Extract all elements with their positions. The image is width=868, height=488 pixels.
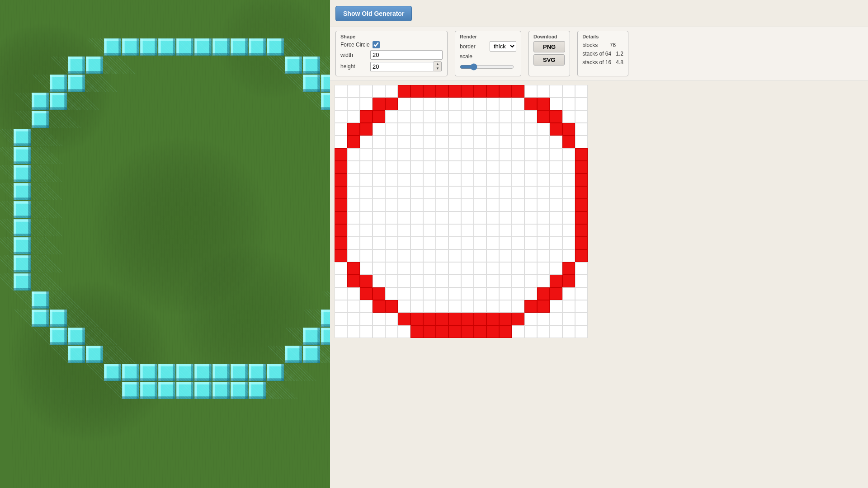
stacks64-row: stacks of 64 1.2: [582, 50, 623, 58]
grid-cell: [385, 262, 398, 275]
grid-cell: [360, 275, 373, 287]
grid-cell: [347, 98, 360, 110]
height-input[interactable]: [370, 62, 434, 71]
grid-cell: [335, 186, 347, 199]
grid-cell: [448, 211, 461, 224]
scale-slider[interactable]: [460, 63, 514, 70]
grid-cell: [550, 262, 562, 275]
grid-cell: [486, 161, 499, 174]
height-up-arrow[interactable]: ▲: [434, 62, 441, 66]
grid-cell: [512, 287, 524, 300]
grid-cell: [335, 123, 347, 136]
grid-cell: [524, 211, 537, 224]
grid-cell: [550, 275, 562, 287]
minecraft-canvas: [0, 0, 330, 488]
grid-cell: [398, 174, 410, 186]
grid-cell: [486, 262, 499, 275]
grid-cell: [410, 136, 423, 148]
grid-cell: [448, 262, 461, 275]
grid-cell: [550, 199, 562, 211]
border-label: border: [460, 43, 487, 50]
grid-cell: [335, 325, 347, 338]
grid-cell: [461, 161, 474, 174]
grid-cell: [474, 224, 486, 237]
grid-cell: [461, 224, 474, 237]
shape-group: Shape Force Circle width height ▲ ▼: [335, 31, 448, 76]
grid-cell: [410, 110, 423, 123]
grid-cell: [499, 161, 512, 174]
grid-cell: [347, 224, 360, 237]
grid-cell: [524, 287, 537, 300]
width-input[interactable]: [370, 50, 443, 60]
grid-cell: [537, 237, 550, 249]
grid-cell: [474, 123, 486, 136]
grid-cell: [499, 148, 512, 161]
grid-cell: [562, 325, 575, 338]
grid-cell: [448, 85, 461, 98]
grid-cell: [524, 300, 537, 313]
grid-cell: [474, 325, 486, 338]
grid-cell: [360, 110, 373, 123]
grid-cell: [360, 300, 373, 313]
scale-label: scale: [460, 53, 487, 60]
grid-cell: [373, 85, 385, 98]
grid-cell: [347, 287, 360, 300]
grid-cell: [398, 325, 410, 338]
grid-cell: [512, 275, 524, 287]
grid-cell: [512, 123, 524, 136]
grid-cell: [448, 237, 461, 249]
grid-cell: [335, 98, 347, 110]
grid-cell: [410, 98, 423, 110]
grid-cell: [524, 237, 537, 249]
grid-cell: [335, 110, 347, 123]
grid-cell: [398, 161, 410, 174]
grid-cell: [436, 275, 448, 287]
grid-cell: [499, 237, 512, 249]
grid-cell: [385, 110, 398, 123]
grid-cell: [360, 249, 373, 262]
grid-cell: [360, 325, 373, 338]
grid-cell: [335, 300, 347, 313]
grid-cell: [436, 300, 448, 313]
grid-cell: [448, 148, 461, 161]
grid-cell: [360, 199, 373, 211]
grid-cell: [524, 275, 537, 287]
grid-cell: [562, 199, 575, 211]
grid-cell: [335, 136, 347, 148]
scale-row: scale: [460, 53, 516, 60]
grid-cell: [575, 237, 588, 249]
grid-cell: [448, 98, 461, 110]
grid-cell: [550, 211, 562, 224]
grid-cell: [537, 186, 550, 199]
grid-cell: [499, 211, 512, 224]
grid-cell: [537, 148, 550, 161]
grid-cell: [385, 211, 398, 224]
grid-cell: [360, 313, 373, 325]
grid-cell: [474, 237, 486, 249]
grid-cell: [524, 161, 537, 174]
grid-cell: [562, 287, 575, 300]
png-download-button[interactable]: PNG: [533, 41, 565, 52]
grid-cell: [335, 224, 347, 237]
grid-cell: [486, 275, 499, 287]
force-circle-checkbox[interactable]: [373, 41, 380, 48]
grid-cell: [360, 262, 373, 275]
show-old-generator-button[interactable]: Show Old Generator: [335, 6, 412, 21]
border-select[interactable]: thick thin none: [490, 41, 516, 52]
stacks64-value: 1.2: [616, 51, 623, 57]
grid-cell: [423, 325, 436, 338]
grid-cell: [398, 262, 410, 275]
grid-cell: [474, 148, 486, 161]
grid-cell: [474, 85, 486, 98]
grid-cell: [436, 211, 448, 224]
grid-cell: [461, 98, 474, 110]
details-text: blocks 76 stacks of 64 1.2 stacks of 16 …: [582, 41, 623, 67]
svg-download-button[interactable]: SVG: [533, 54, 565, 66]
grid-cell: [461, 237, 474, 249]
grid-cell: [398, 249, 410, 262]
height-down-arrow[interactable]: ▼: [434, 66, 441, 71]
grid-cell: [562, 313, 575, 325]
grid-cell: [398, 148, 410, 161]
top-bar: Show Old Generator: [330, 0, 868, 27]
grid-cell: [486, 224, 499, 237]
